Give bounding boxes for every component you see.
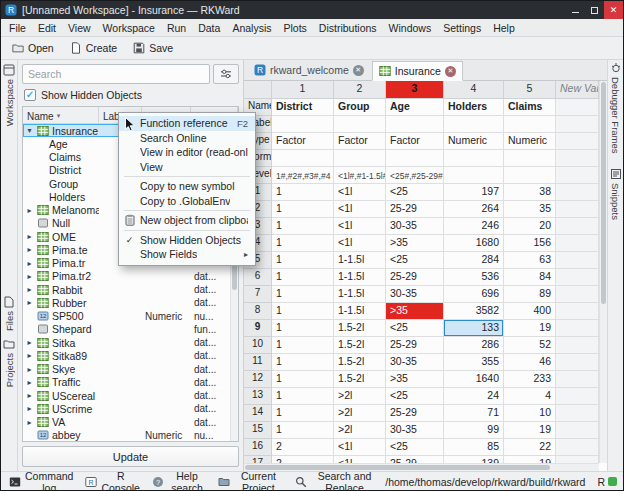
cell-r3c1[interactable]: 1 [272, 218, 334, 235]
expand-arrow-icon[interactable]: ▸ [25, 245, 34, 254]
minimize-button[interactable] [566, 1, 585, 19]
menu-distributions[interactable]: Distributions [313, 19, 383, 37]
row-header-7[interactable]: 7 [244, 286, 272, 303]
tree-item-shepard[interactable]: Shepardfun... [23, 323, 230, 336]
expand-arrow-icon[interactable]: ▸ [25, 298, 34, 307]
cell-r14c4[interactable]: 71 [444, 405, 504, 422]
cell-r5c2[interactable]: 1-1.5l [334, 252, 386, 269]
cell-r13c2[interactable]: >2l [334, 388, 386, 405]
menu-item-new-object-from-clipboard[interactable]: New object from clipboard [119, 213, 255, 228]
menu-item-copy-to-globalenv[interactable]: Copy to .GlobalEnv [119, 194, 255, 209]
menu-file[interactable]: File [3, 19, 32, 37]
cell-r15c4[interactable]: 99 [444, 422, 504, 439]
tab-rkward-welcome[interactable]: Rrkward_welcome✕ [247, 60, 371, 80]
meta-cell-label-c4[interactable] [444, 116, 504, 133]
cell-r5c1[interactable]: 1 [272, 252, 334, 269]
cell-r8c1[interactable]: 1 [272, 303, 334, 320]
meta-cell-name-c3[interactable]: Age [386, 99, 444, 116]
tree-item-uscrime[interactable]: ▸UScrimedat... [23, 402, 230, 415]
meta-cell-name-c1[interactable]: District [272, 99, 334, 116]
meta-cell-label-c3[interactable] [386, 116, 444, 133]
meta-cell-levels-new[interactable] [556, 167, 599, 184]
cell-r10c4[interactable]: 286 [444, 337, 504, 354]
cell-r12c3[interactable]: >35 [386, 371, 444, 388]
close-button[interactable]: ✕ [604, 1, 623, 19]
expand-arrow-icon[interactable]: ▸ [25, 206, 34, 215]
cell-r1-new[interactable] [556, 184, 599, 201]
cell-r6-new[interactable] [556, 269, 599, 286]
expand-arrow-icon[interactable]: ▸ [25, 418, 34, 427]
cell-r15c1[interactable]: 1 [272, 422, 334, 439]
cell-r3c2[interactable]: <1l [334, 218, 386, 235]
update-button[interactable]: Update [22, 446, 239, 467]
cell-r8c2[interactable]: 1-1.5l [334, 303, 386, 320]
cell-r6c5[interactable]: 84 [504, 269, 556, 286]
row-header-14[interactable]: 14 [244, 405, 272, 422]
cell-r15c3[interactable]: 30-35 [386, 422, 444, 439]
meta-cell-format-c5[interactable] [504, 150, 556, 167]
cell-r7c4[interactable]: 696 [444, 286, 504, 303]
cell-r2c2[interactable]: <1l [334, 201, 386, 218]
expand-arrow-icon[interactable]: ▸ [25, 259, 34, 268]
menu-plots[interactable]: Plots [277, 19, 312, 37]
dock-tab-projects[interactable]: Projects [1, 338, 17, 387]
meta-cell-levels-c4[interactable] [444, 167, 504, 184]
menu-run[interactable]: Run [161, 19, 192, 37]
menu-item-function-reference[interactable]: Function referenceF2 [119, 116, 255, 131]
cell-r1c1[interactable]: 1 [272, 184, 334, 201]
cell-r5-new[interactable] [556, 252, 599, 269]
tree-item-sitka[interactable]: ▸Sitkadat... [23, 336, 230, 349]
current-project-button[interactable]: Current Project [213, 469, 288, 491]
row-header-8[interactable]: 8 [244, 303, 272, 320]
cell-r13-new[interactable] [556, 388, 599, 405]
save-button[interactable]: Save [128, 40, 178, 56]
cell-r2c3[interactable]: 25-29 [386, 201, 444, 218]
cell-r9-new[interactable] [556, 320, 599, 337]
cell-r11c2[interactable]: 1.5-2l [334, 354, 386, 371]
cell-r1c5[interactable]: 38 [504, 184, 556, 201]
cell-r9c2[interactable]: 1.5-2l [334, 320, 386, 337]
expand-arrow-icon[interactable]: ▸ [25, 378, 34, 387]
cell-r10c3[interactable]: 25-29 [386, 337, 444, 354]
menu-edit[interactable]: Edit [32, 19, 62, 37]
cell-r12c4[interactable]: 1640 [444, 371, 504, 388]
expand-arrow-icon[interactable]: ▸ [25, 338, 34, 347]
cell-r14c2[interactable]: >2l [334, 405, 386, 422]
horizontal-scrollbar[interactable] [244, 463, 599, 471]
menu-item-search-online[interactable]: Search Online [119, 131, 255, 146]
cell-r6c4[interactable]: 536 [444, 269, 504, 286]
vertical-scrollbar[interactable] [599, 81, 607, 463]
cell-r8-new[interactable] [556, 303, 599, 320]
menu-windows[interactable]: Windows [383, 19, 438, 37]
expand-arrow-icon[interactable]: ▸ [25, 351, 34, 360]
expand-arrow-icon[interactable]: ▸ [25, 272, 34, 281]
expand-arrow-icon[interactable]: ▸ [25, 232, 34, 241]
expand-arrow-icon[interactable]: ▸ [25, 391, 34, 400]
meta-cell-levels-c5[interactable] [504, 167, 556, 184]
cell-r4c5[interactable]: 156 [504, 235, 556, 252]
cell-r15-new[interactable] [556, 422, 599, 439]
cell-r7-new[interactable] [556, 286, 599, 303]
cell-r9c1[interactable]: 1 [272, 320, 334, 337]
tree-item-rabbit[interactable]: ▸Rabbitdat... [23, 283, 230, 296]
expand-arrow-icon[interactable]: ▸ [25, 285, 34, 294]
menu-workspace[interactable]: Workspace [97, 19, 161, 37]
meta-cell-name-new[interactable] [556, 99, 599, 116]
cell-r12c2[interactable]: 1.5-2l [334, 371, 386, 388]
meta-cell-format-c2[interactable] [334, 150, 386, 167]
dock-tab-files[interactable]: Files [1, 296, 17, 331]
tree-item-rubber[interactable]: ▸Rubberdat... [23, 296, 230, 309]
menu-item-show-hidden-objects[interactable]: ✓Show Hidden Objects [119, 233, 255, 248]
meta-cell-type-new[interactable] [556, 133, 599, 150]
cell-r10c2[interactable]: 1.5-2l [334, 337, 386, 354]
cell-r1c4[interactable]: 197 [444, 184, 504, 201]
cell-r14c1[interactable]: 1 [272, 405, 334, 422]
row-header-13[interactable]: 13 [244, 388, 272, 405]
cell-r16c3[interactable]: <25 [386, 439, 444, 456]
cell-r2-new[interactable] [556, 201, 599, 218]
row-header-9[interactable]: 9 [244, 320, 272, 337]
cell-r13c1[interactable]: 1 [272, 388, 334, 405]
column-header-5[interactable]: 5 [504, 81, 556, 99]
cell-r4c2[interactable]: <1l [334, 235, 386, 252]
meta-cell-format-c4[interactable] [444, 150, 504, 167]
